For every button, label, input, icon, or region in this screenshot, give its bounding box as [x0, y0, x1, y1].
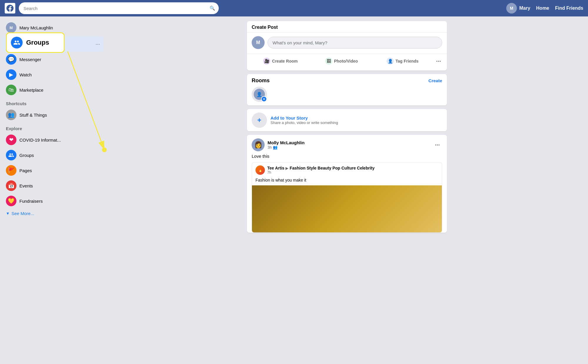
post-author-name: Molly McLaughlin: [268, 140, 430, 145]
shortcuts-label: Shortcuts: [2, 98, 103, 107]
avatar-image: 👩: [254, 141, 262, 149]
sidebar-item-label: Watch: [19, 72, 32, 77]
sidebar-item-pages[interactable]: 🚩 Pages: [2, 163, 103, 178]
shared-author-name: Tee Artis: [267, 166, 284, 170]
room-avatar-icon: 👤: [256, 92, 262, 97]
post-card-1: 👩 Molly McLaughlin 3h 👥 ··· Love this: [247, 135, 447, 233]
add-story-card: + Add to Your Story Share a photo, video…: [247, 109, 447, 131]
story-title: Add to Your Story: [270, 115, 338, 120]
photo-video-label: Photo/Video: [334, 59, 358, 63]
story-subtitle: Share a photo, video or write something: [270, 120, 338, 125]
page-layout: M Mary McLaughlin 📰 News Feed ··· 💬 Mess…: [0, 0, 588, 364]
marketplace-icon: 🛍: [6, 85, 16, 95]
sidebar-item-label: Messenger: [19, 57, 41, 62]
shared-post-meta: Tee Artis ▶ Fashion Style Beauty Pop Cul…: [267, 166, 375, 175]
create-post-card: Create Post M What's on your mind, Mary?…: [247, 21, 447, 71]
search-input[interactable]: [19, 2, 219, 14]
create-post-title: Create Post: [247, 21, 447, 33]
more-options-icon[interactable]: ···: [96, 41, 100, 47]
main-feed: Create Post M What's on your mind, Mary?…: [106, 16, 588, 364]
user-name-label: Mary: [519, 6, 530, 11]
sidebar: M Mary McLaughlin 📰 News Feed ··· 💬 Mess…: [0, 16, 106, 364]
covid-icon: ❤: [6, 135, 16, 145]
sidebar-item-label: COVID-19 Informat...: [19, 137, 61, 142]
facebook-logo[interactable]: [5, 3, 15, 14]
groups-icon: [6, 150, 16, 160]
share-arrow-icon: ▶: [285, 166, 288, 170]
stuff-things-icon: 👥: [6, 110, 16, 120]
avatar: M: [506, 3, 517, 14]
see-more-label: See More...: [11, 211, 34, 216]
post-more-options[interactable]: ···: [432, 139, 442, 151]
messenger-icon: 💬: [6, 54, 16, 65]
see-more-button[interactable]: ▼ See More...: [2, 209, 103, 218]
shared-post-image: [252, 185, 442, 232]
groups-callout-label: Groups: [26, 39, 49, 46]
fundraisers-icon: 💛: [6, 196, 16, 206]
create-post-area: M What's on your mind, Mary?: [247, 33, 447, 53]
tag-friends-button[interactable]: 👤 Tag Friends: [373, 55, 433, 67]
search-icon: 🔍: [210, 6, 215, 11]
sidebar-item-label: Stuff & Things: [19, 113, 47, 118]
groups-callout-box[interactable]: Groups: [6, 32, 65, 53]
story-text: Add to Your Story Share a photo, video o…: [270, 115, 338, 125]
rooms-card: Rooms Create 👤 +: [247, 74, 447, 105]
sidebar-item-groups[interactable]: Groups: [2, 147, 103, 163]
sidebar-item-messenger[interactable]: 💬 Messenger: [2, 52, 103, 67]
create-room-button[interactable]: 🎥 Create Room: [250, 55, 310, 67]
shared-author-avatar: 🔥: [255, 165, 265, 175]
tag-friends-label: Tag Friends: [395, 59, 418, 63]
shared-post-body: Fashion is what you make it: [252, 177, 442, 185]
more-options-button[interactable]: ···: [434, 56, 443, 67]
shared-post-header: 🔥 Tee Artis ▶ Fashion Style Beauty Pop C…: [252, 162, 442, 177]
photo-video-icon: 🖼: [325, 58, 332, 65]
photo-video-button[interactable]: 🖼 Photo/Video: [312, 55, 372, 67]
add-story-button[interactable]: +: [252, 113, 267, 128]
rooms-section: Rooms Create 👤 +: [247, 74, 447, 105]
sidebar-profile-name: Mary McLaughlin: [19, 25, 53, 30]
audience-icon: 👥: [273, 145, 278, 150]
explore-label: Explore: [2, 123, 103, 132]
sidebar-item-label: Fundraisers: [19, 199, 43, 204]
sidebar-item-label: Groups: [19, 153, 34, 158]
shared-post: 🔥 Tee Artis ▶ Fashion Style Beauty Pop C…: [252, 162, 442, 233]
sidebar-item-watch[interactable]: ▶ Watch: [2, 67, 103, 82]
sidebar-item-label: Pages: [19, 168, 32, 173]
events-icon: 📅: [6, 180, 16, 191]
post-time: 3h 👥: [268, 145, 430, 150]
plus-icon: +: [261, 96, 267, 102]
sidebar-item-events[interactable]: 📅 Events: [2, 178, 103, 193]
rooms-title: Rooms: [252, 78, 270, 84]
sidebar-item-covid[interactable]: ❤ COVID-19 Informat...: [2, 132, 103, 147]
whats-on-mind-input[interactable]: What's on your mind, Mary?: [268, 37, 442, 48]
home-nav-link[interactable]: Home: [536, 6, 549, 11]
create-room-icon: 🎥: [263, 58, 270, 65]
sidebar-item-fundraisers[interactable]: 💛 Fundraisers: [2, 193, 103, 209]
search-bar[interactable]: 🔍: [19, 2, 219, 14]
sidebar-item-label: Marketplace: [19, 88, 44, 93]
sidebar-item-label: Events: [19, 183, 33, 188]
post-actions-bar: 🎥 Create Room 🖼 Photo/Video 👤 Tag Friend…: [247, 54, 447, 71]
post-meta: Molly McLaughlin 3h 👥: [268, 140, 430, 150]
sidebar-item-marketplace[interactable]: 🛍 Marketplace: [2, 82, 103, 98]
watch-icon: ▶: [6, 69, 16, 80]
user-avatar: M: [252, 36, 265, 49]
create-room-label: Create Room: [272, 59, 298, 63]
find-friends-link[interactable]: Find Friends: [555, 6, 583, 11]
pages-icon: 🚩: [6, 165, 16, 176]
user-profile-button[interactable]: M Mary: [506, 3, 530, 14]
add-room-button[interactable]: 👤 +: [252, 87, 267, 102]
rooms-header: Rooms Create: [252, 78, 442, 84]
story-section: + Add to Your Story Share a photo, video…: [247, 109, 447, 131]
topnav: 🔍 M Mary Home Find Friends: [0, 0, 588, 16]
shared-post-time: 7h: [267, 170, 375, 175]
time-label: 3h: [268, 145, 272, 150]
post-author-avatar: 👩: [252, 138, 265, 151]
shared-group-name: Fashion Style Beauty Pop Culture Celebri…: [290, 166, 375, 170]
whats-on-mind-placeholder: What's on your mind, Mary?: [273, 40, 327, 45]
sidebar-item-stuff-things[interactable]: 👥 Stuff & Things: [2, 107, 103, 123]
post-header: 👩 Molly McLaughlin 3h 👥 ···: [247, 135, 447, 154]
rooms-create-button[interactable]: Create: [428, 78, 442, 83]
tag-friends-icon: 👤: [387, 58, 394, 65]
feed-column: Create Post M What's on your mind, Mary?…: [247, 21, 447, 359]
